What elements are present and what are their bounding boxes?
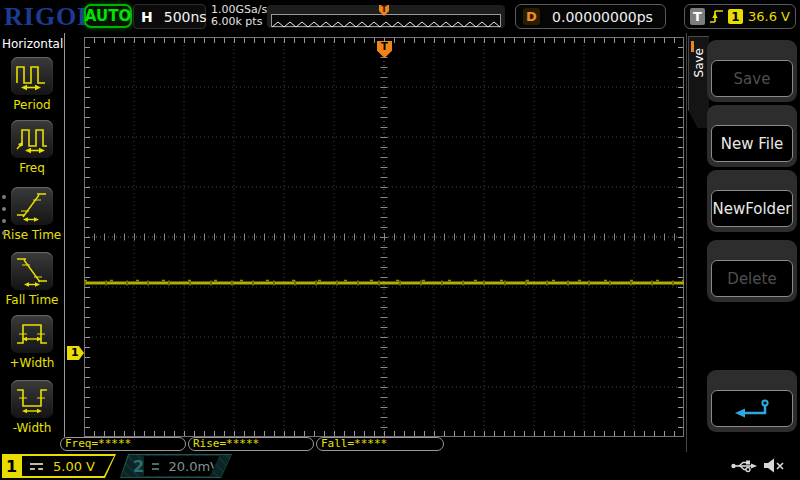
menu-tab: Save — [688, 36, 709, 128]
rising-edge-icon — [710, 8, 723, 25]
h-label: H — [141, 9, 153, 25]
channel1-number: 1 — [6, 457, 17, 476]
return-button[interactable] — [711, 390, 793, 427]
trigger-source-badge: 1 — [728, 9, 743, 24]
waveform-preview: T — [267, 5, 505, 28]
save-button[interactable]: Save — [711, 60, 793, 97]
channel1-scale: 5.00 V — [53, 459, 95, 474]
dc-coupling-icon — [30, 463, 43, 470]
dc-coupling-icon — [152, 463, 159, 470]
sidebar-item-fall-time[interactable]: Fall Time — [0, 252, 64, 307]
sidebar-item-rise-time[interactable]: Rise Time — [0, 187, 64, 242]
freq-icon — [15, 123, 49, 155]
plus-width-key[interactable] — [11, 315, 53, 353]
sidebar-item-plus-width[interactable]: +Width — [0, 315, 64, 370]
delete-button[interactable]: Delete — [711, 260, 793, 297]
rigol-logo: RIGOL — [4, 2, 96, 32]
new-file-button[interactable]: New File — [711, 125, 793, 162]
run-status-badge: AUTO — [84, 4, 132, 28]
fall-time-icon — [15, 255, 49, 287]
sidebar-item-minus-width[interactable]: -Width — [0, 380, 64, 435]
new-folder-button[interactable]: NewFolder — [711, 190, 793, 227]
trigger-level-value: 36.6 V — [748, 9, 790, 24]
softkey-new-file[interactable]: New File — [707, 105, 797, 167]
graticule — [84, 37, 684, 437]
return-arrow-icon — [731, 398, 773, 420]
measurement-rise: Rise=***** — [188, 437, 314, 451]
period-key[interactable] — [11, 57, 53, 95]
channel2-scale-box: 20.0mV — [144, 456, 219, 476]
sidebar-item-label: Freq — [0, 161, 64, 175]
trigger-label: T — [690, 8, 705, 25]
preview-wave-icon — [272, 19, 500, 30]
sidebar-item-freq[interactable]: Freq — [0, 120, 64, 175]
fall-time-key[interactable] — [11, 252, 53, 290]
channel2-tab[interactable]: 2 20.0mV — [120, 454, 232, 478]
sidebar-title: Horizontal — [2, 37, 63, 51]
rise-time-key[interactable] — [11, 187, 53, 225]
softkey-return[interactable] — [707, 370, 797, 432]
memory-depth: 6.00k pts — [211, 16, 267, 28]
plus-width-icon — [15, 318, 49, 350]
channel2-number: 2 — [133, 457, 144, 476]
sidebar-item-label: Fall Time — [0, 293, 64, 307]
sidebar-item-label: Period — [0, 98, 64, 112]
delay-label: D — [523, 8, 540, 25]
softkey-delete[interactable]: Delete — [707, 240, 797, 302]
speaker-muted-icon — [763, 457, 785, 474]
period-icon — [15, 60, 49, 92]
sidebar-item-label: Rise Time — [0, 228, 64, 242]
channel1-trace — [84, 281, 684, 284]
menu-title: Save — [692, 48, 706, 77]
measurement-freq: Freq=***** — [60, 437, 186, 451]
rise-time-icon — [15, 190, 49, 222]
usb-icon — [731, 459, 757, 473]
sidebar-item-label: -Width — [0, 421, 64, 435]
measurement-fall: Fall=***** — [316, 437, 444, 451]
menu-page-dots — [2, 195, 6, 235]
status-bar: 1 5.00 V 2 20.0mV — [0, 452, 800, 480]
timebase-value: 500ns — [164, 9, 207, 25]
sidebar-item-period[interactable]: Period — [0, 57, 64, 112]
system-icons — [731, 457, 785, 474]
softkey-menu-panel: Save Save New File NewFolder Delete — [686, 33, 800, 455]
channel2-scale: 20.0mV — [168, 459, 219, 474]
delay-readout-box: D 0.00000000ps — [515, 4, 666, 29]
sidebar-item-label: +Width — [0, 356, 64, 370]
softkey-new-folder[interactable]: NewFolder — [707, 170, 797, 232]
minus-width-key[interactable] — [11, 380, 53, 418]
minus-width-icon — [15, 383, 49, 415]
freq-key[interactable] — [11, 120, 53, 158]
trigger-readout-box: T 1 36.6 V — [684, 4, 796, 29]
preview-waveform-strip — [271, 14, 501, 27]
softkey-save[interactable]: Save — [707, 40, 797, 102]
channel1-tab[interactable]: 1 5.00 V — [2, 454, 116, 478]
delay-value: 0.00000000ps — [540, 9, 665, 25]
channel1-scale-box: 5.00 V — [22, 456, 114, 476]
channel1-level-marker[interactable]: 1 — [67, 346, 84, 360]
horizontal-timebase-box[interactable]: H 500ns — [133, 4, 206, 29]
acquisition-info: 1.00GSa/s 6.00k pts — [211, 4, 267, 28]
